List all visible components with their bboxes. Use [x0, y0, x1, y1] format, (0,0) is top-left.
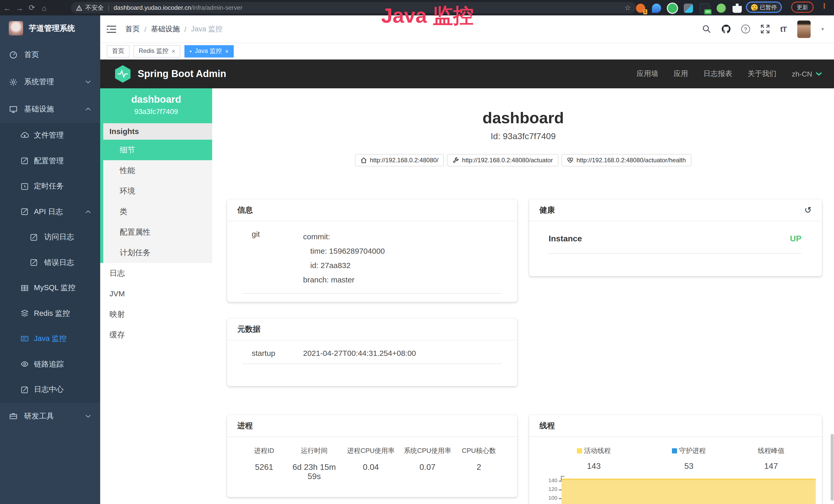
menu-item-scheduled[interactable]: 计划任务	[100, 243, 212, 263]
app-logo	[9, 21, 23, 36]
process-card-title: 进程	[227, 415, 517, 437]
paused-extension-pill[interactable]: 已暂停	[746, 2, 782, 13]
menu-item-jvm[interactable]: JVM	[100, 283, 212, 304]
sidebar-item-api-log[interactable]: API 日志	[0, 199, 100, 224]
tab-home[interactable]: 首页	[107, 45, 129, 57]
app-logo-row[interactable]: 芋道管理系统	[0, 16, 100, 41]
sidebar-item-java[interactable]: Java 监控	[0, 326, 100, 351]
tab-java[interactable]: ● Java 监控 ×	[184, 45, 234, 57]
scrollbar-thumb[interactable]	[831, 434, 834, 501]
sidebar-item-system[interactable]: 系统管理	[0, 68, 100, 95]
sidebar-item-devtools[interactable]: 研发工具	[0, 402, 100, 430]
extension-y-icon[interactable]	[668, 4, 677, 13]
menu-item-details[interactable]: 细节	[100, 140, 212, 160]
github-icon[interactable]	[722, 25, 730, 33]
puzzle-icon[interactable]	[732, 4, 742, 13]
help-icon[interactable]: ?	[741, 25, 750, 33]
instance-header[interactable]: dashboard 93a3fc7f7409	[100, 88, 212, 123]
threads-values: 143 53 147	[529, 462, 822, 471]
sidebar-item-error-log[interactable]: 错误日志	[0, 250, 100, 275]
avatar[interactable]	[797, 20, 811, 38]
sidebar-item-label: 错误日志	[44, 258, 74, 268]
hamburger-icon[interactable]	[107, 25, 116, 32]
cell-cpu-cores: 2	[454, 463, 504, 481]
col-header: 进程CPU使用率	[341, 446, 401, 456]
process-table-headers: 进程ID 运行时间 进程CPU使用率 系统CPU使用率 CPU核心数	[227, 446, 517, 456]
health-instance-label: Instance	[549, 234, 582, 244]
sidebar-item-label: 配置管理	[34, 156, 64, 166]
log-icon	[30, 258, 38, 267]
menu-item-configprops[interactable]: 配置属性	[100, 222, 212, 243]
sba-brand[interactable]: Spring Boot Admin	[138, 68, 226, 79]
app-sidebar: 芋道管理系统 首页 系统管理	[0, 16, 100, 504]
extension-magnifier-icon[interactable]	[717, 4, 726, 13]
update-label: 更新	[797, 3, 808, 11]
edit-icon	[21, 157, 29, 165]
browser-update-button[interactable]: 更新	[791, 2, 814, 13]
sidebar-item-redis[interactable]: Redis 监控	[0, 301, 100, 326]
menu-item-classes[interactable]: 类	[100, 201, 212, 222]
legend-label: 线程峰值	[758, 447, 785, 455]
extension-grid-icon[interactable]	[684, 4, 693, 13]
extension-refresh-icon[interactable]: 1	[636, 4, 645, 13]
breadcrumb-separator: /	[144, 25, 147, 33]
actuator-url-button[interactable]: http://192.168.0.2:48080/actuator	[447, 154, 559, 166]
menu-item-caches[interactable]: 缓存	[100, 324, 212, 345]
extension-switch-icon[interactable]: on	[700, 3, 710, 13]
tab-label: Redis 监控	[139, 47, 169, 55]
browser-forward-icon[interactable]: →	[13, 3, 26, 12]
y-tick: 140	[537, 477, 557, 483]
font-size-icon[interactable]: tT	[780, 25, 787, 33]
sidebar-item-infra[interactable]: 基础设施	[0, 95, 100, 123]
address-bar[interactable]: 不安全 | dashboard.yudao.iocoder.cn/infra/a…	[71, 2, 636, 13]
sidebar-item-home[interactable]: 首页	[0, 41, 100, 68]
menu-item-mappings[interactable]: 映射	[100, 304, 212, 324]
legend-label: 活动线程	[584, 447, 611, 455]
search-icon[interactable]	[702, 25, 711, 33]
col-header: CPU核心数	[454, 446, 504, 456]
cell-process-cpu: 0.04	[341, 463, 401, 481]
browser-reload-icon[interactable]: ⟳	[26, 3, 38, 12]
browser-home-icon[interactable]: ⌂	[38, 3, 50, 12]
sba-nav-about[interactable]: 关于我们	[748, 69, 776, 78]
eye-icon	[21, 360, 29, 368]
omnibox-divider: |	[108, 4, 109, 11]
process-table-values: 5261 6d 23h 15m 59s 0.04 0.07 2	[227, 463, 517, 481]
sba-nav-applications[interactable]: 应用	[674, 69, 688, 78]
instance-links: http://192.168.0.2:48080/ http://192.168…	[212, 154, 834, 166]
close-icon[interactable]: ×	[225, 47, 228, 55]
sidebar-item-config[interactable]: 配置管理	[0, 148, 100, 174]
threads-card-title: 线程	[529, 415, 822, 437]
startup-value: 2021-04-27T00:44:31.254+08:00	[303, 349, 416, 358]
menu-item-environment[interactable]: 环境	[100, 181, 212, 201]
browser-menu-icon[interactable]: ⋮	[821, 2, 828, 10]
sidebar-item-trace[interactable]: 链路追踪	[0, 351, 100, 377]
breadcrumb-home[interactable]: 首页	[125, 24, 140, 33]
sidebar-item-access-log[interactable]: 访问日志	[0, 224, 100, 250]
extension-badge: 1	[643, 9, 647, 15]
browser-back-icon[interactable]: ←	[1, 3, 13, 12]
sidebar-item-mysql[interactable]: MySQL 监控	[0, 275, 100, 301]
bookmark-star-icon[interactable]: ☆	[624, 4, 631, 12]
home-icon	[360, 157, 367, 163]
sidebar-item-jobs[interactable]: 定时任务	[0, 174, 100, 199]
locale-selector[interactable]: zh-CN	[792, 70, 822, 78]
instance-content: dashboard Id: 93a3fc7f7409 http://192.16…	[212, 88, 834, 504]
sidebar-item-files[interactable]: 文件管理	[0, 123, 100, 148]
breadcrumb-infra[interactable]: 基础设施	[151, 24, 180, 33]
extension-pin-icon[interactable]	[652, 4, 661, 13]
menu-item-metrics[interactable]: 性能	[100, 160, 212, 181]
history-icon[interactable]: ↺	[805, 205, 812, 215]
fullscreen-icon[interactable]	[761, 25, 770, 33]
row-divider	[549, 253, 802, 254]
tab-redis[interactable]: Redis 监控 ×	[134, 45, 180, 57]
sidebar-item-logcenter[interactable]: 日志中心	[0, 377, 100, 402]
menu-item-logs[interactable]: 日志	[100, 263, 212, 283]
avatar-caret-icon[interactable]: ▾	[821, 26, 824, 32]
monitor-icon	[9, 105, 18, 113]
sba-nav-wallboard[interactable]: 应用墙	[637, 69, 658, 78]
health-url-button[interactable]: http://192.168.0.2:48080/actuator/health	[562, 154, 692, 166]
close-icon[interactable]: ×	[172, 47, 175, 55]
service-url-button[interactable]: http://192.168.0.2:48080/	[355, 154, 444, 166]
sba-nav-journal[interactable]: 日志报表	[704, 69, 732, 78]
